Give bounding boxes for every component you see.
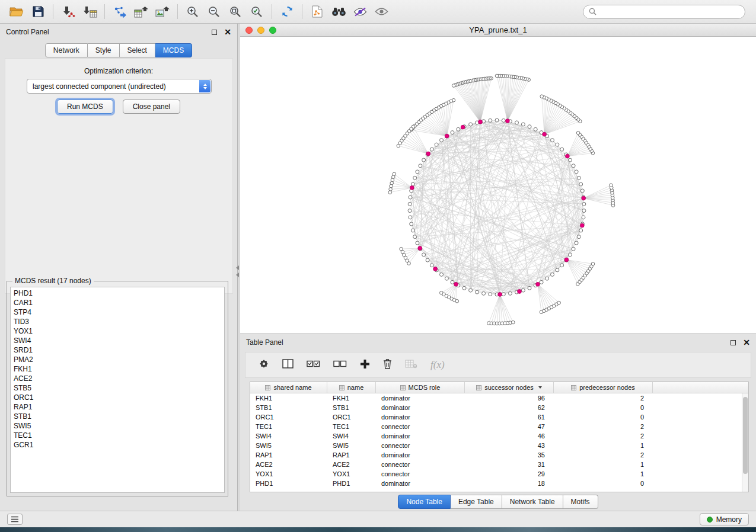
zoom-out-button[interactable] [203, 3, 225, 21]
mcds-result-list[interactable]: PHD1CAR1STP4TID3YOX1SWI4SRD1PMA2FKH1ACE2… [10, 287, 225, 493]
table-cell: dominator [376, 480, 465, 487]
column-header-predecessor-nodes[interactable]: predecessor nodes [554, 382, 653, 393]
optimization-dropdown[interactable]: largest connected component (undirected) [27, 79, 212, 94]
column-header-name[interactable]: name [327, 382, 376, 393]
mcds-result-item[interactable]: TEC1 [14, 431, 221, 440]
run-mcds-button[interactable]: Run MCDS [57, 100, 113, 114]
sort-chevron-icon [538, 386, 542, 389]
share-document-icon [312, 5, 323, 18]
export-table-icon [134, 6, 149, 18]
open-file-button[interactable] [6, 3, 27, 21]
search-input[interactable] [600, 8, 739, 16]
table-scrollbar[interactable] [742, 393, 748, 492]
float-table-panel-icon[interactable] [731, 340, 736, 345]
mcds-result-item[interactable]: GCR1 [14, 440, 221, 450]
show-details-button[interactable] [371, 3, 392, 21]
tab-motifs[interactable]: Motifs [563, 495, 598, 509]
tab-node-table[interactable]: Node Table [398, 495, 451, 509]
table-row[interactable]: YOX1YOX1connector291 [250, 469, 748, 479]
tab-style[interactable]: Style [88, 43, 120, 57]
add-column-button[interactable] [360, 359, 370, 371]
mcds-result-item[interactable]: SRD1 [14, 345, 221, 355]
export-network-button[interactable] [109, 3, 130, 21]
memory-label: Memory [716, 515, 742, 524]
search-network-button[interactable] [328, 3, 349, 21]
column-grid-icon [265, 385, 270, 390]
show-columns-button[interactable] [282, 359, 294, 371]
mcds-result-item[interactable]: STB5 [14, 383, 221, 393]
table-panel: Table Panel ✕ [240, 334, 756, 511]
delete-column-button[interactable] [383, 358, 392, 371]
mcds-result-item[interactable]: TID3 [14, 317, 221, 326]
task-history-button[interactable] [7, 514, 23, 525]
select-all-button[interactable] [307, 359, 320, 371]
style-preview-button[interactable] [349, 3, 371, 21]
scrollbar-thumb[interactable] [743, 397, 748, 474]
table-row[interactable]: RAP1RAP1dominator352 [250, 450, 748, 460]
refresh-button[interactable] [276, 3, 298, 21]
mcds-result-item[interactable]: STB1 [14, 412, 221, 421]
close-panel-button[interactable]: Close panel [123, 100, 180, 114]
column-grid-icon [339, 385, 344, 390]
table-row[interactable]: PHD1PHD1dominator180 [250, 479, 748, 488]
zoom-selected-button[interactable] [246, 3, 267, 21]
share-document-button[interactable] [307, 3, 328, 21]
table-cell: 0 [554, 404, 653, 411]
close-panel-icon[interactable]: ✕ [224, 28, 231, 36]
function-builder-button-disabled: f(x) [430, 359, 445, 371]
mcds-result-item[interactable]: ORC1 [14, 393, 221, 402]
close-table-panel-icon[interactable]: ✕ [743, 338, 750, 347]
tab-select[interactable]: Select [120, 43, 155, 57]
search-box[interactable] [583, 5, 745, 19]
table-row[interactable]: SWI5SWI5connector431 [250, 441, 748, 450]
table-row[interactable]: ACE2ACE2connector311 [250, 460, 748, 469]
table-cell: SWI5 [250, 442, 327, 449]
zoom-fit-button[interactable] [225, 3, 246, 21]
table-toolbar: f(x) [245, 352, 751, 378]
tab-network[interactable]: Network [45, 43, 88, 57]
mcds-result-item[interactable]: RAP1 [14, 402, 221, 412]
dropdown-stepper-icon [199, 80, 210, 92]
import-network-icon [62, 6, 75, 18]
network-window-title: YPA_prune.txt_1 [240, 25, 756, 34]
column-header-MCDS-role[interactable]: MCDS role [376, 382, 465, 393]
import-network-button[interactable] [58, 3, 79, 21]
tab-mcds[interactable]: MCDS [155, 43, 192, 57]
control-panel-tabs: NetworkStyleSelectMCDS [0, 43, 237, 57]
column-header-successor-nodes[interactable]: successor nodes [465, 382, 554, 393]
zoom-fit-icon [229, 6, 241, 18]
table-cell: 1 [554, 470, 653, 477]
mcds-result-item[interactable]: SWI4 [14, 336, 221, 345]
table-row[interactable]: ORC1ORC1dominator610 [250, 412, 748, 422]
memory-button[interactable]: Memory [700, 513, 749, 525]
table-cell: 18 [465, 480, 554, 487]
mcds-result-item[interactable]: SWI5 [14, 421, 221, 431]
column-header-shared-name[interactable]: shared name [250, 382, 327, 393]
mcds-result-item[interactable]: CAR1 [14, 298, 221, 307]
save-button[interactable] [27, 3, 49, 21]
table-row[interactable]: STB1STB1dominator620 [250, 403, 748, 412]
open-folder-icon [9, 6, 24, 17]
mcds-result-item[interactable]: PHD1 [14, 289, 221, 298]
network-canvas[interactable] [240, 37, 755, 334]
network-window-titlebar[interactable]: YPA_prune.txt_1 [240, 24, 756, 37]
import-table-button[interactable] [79, 3, 100, 21]
table-cell: 96 [465, 395, 554, 402]
mcds-result-item[interactable]: FKH1 [14, 364, 221, 374]
float-panel-icon[interactable] [212, 30, 217, 35]
table-settings-button[interactable] [259, 358, 269, 371]
zoom-in-button[interactable] [182, 3, 203, 21]
table-cell: FKH1 [327, 395, 376, 402]
mcds-result-item[interactable]: ACE2 [14, 374, 221, 383]
table-row[interactable]: TEC1TEC1connector472 [250, 422, 748, 431]
table-row[interactable]: SWI4SWI4dominator462 [250, 431, 748, 441]
export-table-button[interactable] [130, 3, 152, 21]
mcds-result-item[interactable]: PMA2 [14, 355, 221, 364]
deselect-all-button[interactable] [333, 359, 347, 371]
mcds-result-item[interactable]: STP4 [14, 307, 221, 317]
tab-edge-table[interactable]: Edge Table [451, 495, 502, 509]
export-image-button[interactable] [152, 3, 173, 21]
tab-network-table[interactable]: Network Table [502, 495, 563, 509]
mcds-result-item[interactable]: YOX1 [14, 326, 221, 336]
table-row[interactable]: FKH1FKH1dominator962 [250, 393, 748, 403]
